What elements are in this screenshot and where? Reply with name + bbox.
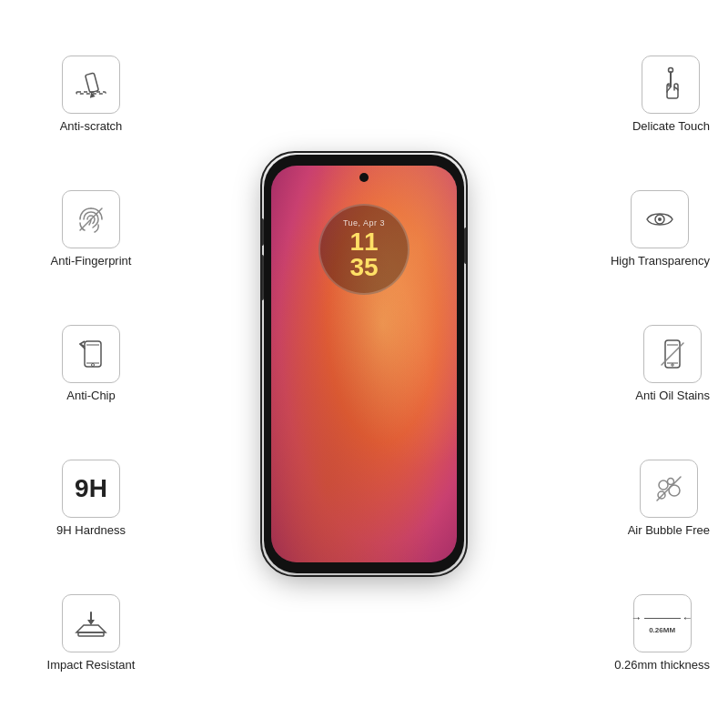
thickness-arrows: → ← <box>632 612 693 624</box>
feature-anti-scratch: Anti-scratch <box>18 56 164 135</box>
features-right: Delicate Touch High Transparency <box>564 0 710 728</box>
anti-chip-label: Anti-Chip <box>66 389 115 404</box>
touch-icon <box>652 66 689 103</box>
anti-fingerprint-label: Anti-Fingerprint <box>51 254 132 269</box>
feature-anti-oil: Anti Oil Stains <box>635 325 710 404</box>
feature-thickness: → ← 0.26MM 0.26mm thickness <box>614 594 710 673</box>
feature-anti-chip: Anti-Chip <box>18 325 164 404</box>
feature-high-transparency: High Transparency <box>611 190 710 269</box>
side-button-left-bottom <box>260 255 264 300</box>
impact-resistant-icon-box <box>62 594 120 652</box>
camera-hole <box>359 173 369 182</box>
phone-wallpaper: Tue, Apr 3 11 35 <box>271 166 457 562</box>
clock-time: 11 35 <box>349 229 378 280</box>
svg-rect-8 <box>78 632 104 636</box>
svg-point-19 <box>659 480 668 490</box>
svg-point-7 <box>92 363 95 366</box>
svg-marker-10 <box>87 620 95 625</box>
thickness-line <box>644 618 681 619</box>
svg-point-11 <box>669 67 673 72</box>
feature-anti-fingerprint: Anti-Fingerprint <box>18 190 164 269</box>
anti-scratch-label: Anti-scratch <box>60 119 123 135</box>
anti-chip-icon-box <box>62 325 120 383</box>
thickness-icon-box: → ← 0.26MM <box>633 594 692 652</box>
anti-fingerprint-icon-box <box>62 190 120 248</box>
svg-point-21 <box>667 478 673 484</box>
air-bubble-free-label: Air Bubble Free <box>628 523 710 539</box>
fingerprint-icon <box>73 201 109 238</box>
clock-widget: Tue, Apr 3 11 35 <box>318 204 410 295</box>
eye-icon <box>642 201 678 238</box>
feature-impact-resistant: Impact Resistant <box>18 594 164 673</box>
phone-corner-icon <box>73 336 109 372</box>
svg-point-13 <box>658 217 662 221</box>
thickness-label: 0.26mm thickness <box>614 658 710 673</box>
phone-outer: Tue, Apr 3 11 35 <box>264 155 464 573</box>
9h-text: 9H <box>75 474 107 503</box>
pencil-scratch-icon <box>73 66 109 103</box>
delicate-touch-label: Delicate Touch <box>632 119 710 135</box>
feature-delicate-touch: Delicate Touch <box>632 56 710 135</box>
svg-rect-1 <box>86 73 99 93</box>
9h-hardness-icon-box: 9H <box>62 460 120 518</box>
9h-hardness-label: 9H Hardness <box>56 523 126 539</box>
anti-scratch-icon-box <box>62 56 120 114</box>
anti-oil-label: Anti Oil Stains <box>635 389 710 404</box>
main-layout: Anti-scratch Anti-Fingerprint <box>0 0 728 728</box>
high-transparency-label: High Transparency <box>611 254 710 269</box>
feature-9h-hardness: 9H 9H Hardness <box>18 460 164 539</box>
impact-icon <box>71 605 111 642</box>
bubbles-icon <box>651 470 687 507</box>
side-button-right <box>464 228 468 264</box>
air-bubble-free-icon-box <box>640 460 698 518</box>
delicate-touch-icon-box <box>642 56 700 114</box>
impact-resistant-label: Impact Resistant <box>47 658 136 673</box>
phone-screen: Tue, Apr 3 11 35 <box>271 166 457 562</box>
svg-point-17 <box>672 363 673 365</box>
side-button-left-top <box>260 218 264 246</box>
thickness-measurement: 0.26MM <box>649 626 675 634</box>
phone-container: Tue, Apr 3 11 35 <box>264 155 464 573</box>
phone-clean-icon <box>654 336 691 372</box>
features-left: Anti-scratch Anti-Fingerprint <box>18 0 164 728</box>
clock-date: Tue, Apr 3 <box>343 218 385 228</box>
anti-oil-icon-box <box>643 325 702 383</box>
high-transparency-icon-box <box>631 190 689 248</box>
feature-air-bubble-free: Air Bubble Free <box>628 460 710 539</box>
